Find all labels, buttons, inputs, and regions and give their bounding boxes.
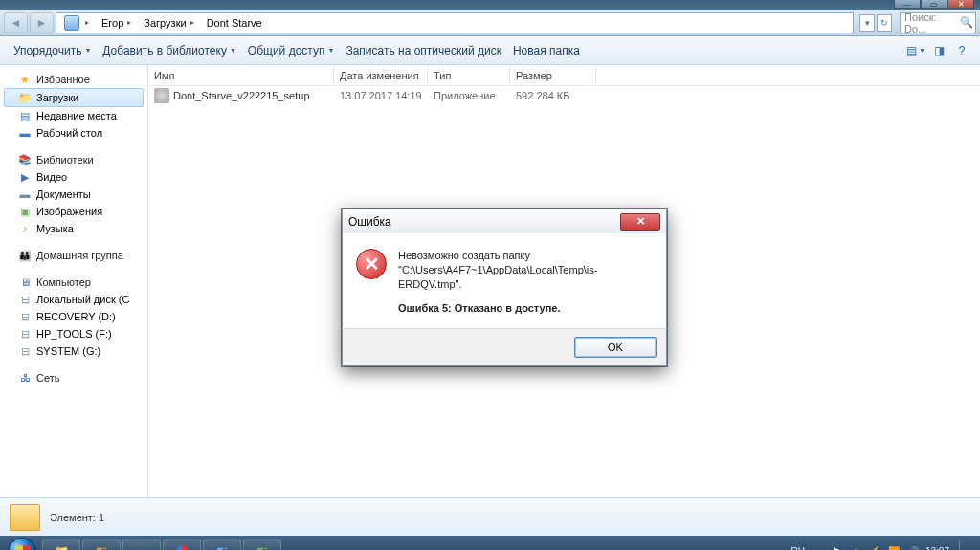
- tray-app-icon[interactable]: ◆: [849, 546, 862, 550]
- task-app-1[interactable]: ◧: [82, 539, 121, 551]
- favorites-header[interactable]: ▾★Избранное: [4, 71, 144, 88]
- tray-clock[interactable]: 13:07: [925, 546, 949, 550]
- task-app-2[interactable]: ●: [122, 539, 161, 551]
- libraries-icon: 📚: [17, 153, 33, 166]
- navigation-pane: ▾★Избранное 📁Загрузки ▤Недавние места ▬Р…: [0, 65, 147, 497]
- task-explorer[interactable]: 📁: [42, 539, 80, 551]
- maximize-button[interactable]: ▭: [921, 0, 947, 9]
- organize-menu[interactable]: Упорядочить▼: [8, 36, 97, 64]
- sidebar-item-video[interactable]: ▶Видео: [4, 168, 144, 186]
- column-date[interactable]: Дата изменения: [334, 65, 428, 85]
- tray-lang[interactable]: RU: [791, 546, 805, 550]
- drive-icon: ⊟: [17, 310, 33, 323]
- homegroup-icon: 👪: [17, 249, 33, 262]
- homegroup-header[interactable]: ▾👪Домашняя группа: [4, 247, 144, 264]
- nav-back-button[interactable]: ◄: [4, 12, 28, 33]
- column-header-row: Имя Дата изменения Тип Размер: [148, 65, 980, 86]
- column-name[interactable]: Имя: [148, 65, 334, 85]
- file-row[interactable]: Dont_Starve_v222215_setup 13.07.2017 14:…: [148, 86, 980, 105]
- dialog-message: Невозможно создать папку "C:\Users\A4F7~…: [398, 249, 653, 315]
- video-icon: ▶: [17, 170, 33, 184]
- tray-power-icon[interactable]: ⚡: [868, 546, 881, 550]
- column-type[interactable]: Тип: [428, 65, 510, 85]
- crumb-folder[interactable]: Dont Starve: [201, 13, 269, 33]
- computer-icon: 🖥: [17, 275, 33, 289]
- help-button[interactable]: ?: [951, 40, 972, 61]
- sidebar-item-documents[interactable]: ▬Документы: [4, 186, 144, 203]
- drive-icon: ⊟: [17, 293, 33, 306]
- preview-pane-button[interactable]: ◨: [928, 40, 949, 61]
- search-input[interactable]: Поиск: Do... 🔍: [900, 12, 976, 33]
- tray-action-center-icon[interactable]: ⚑: [830, 546, 843, 550]
- crumb-downloads[interactable]: Загрузки▸: [138, 13, 200, 33]
- share-menu[interactable]: Общий доступ▼: [242, 36, 341, 64]
- computer-icon: [64, 15, 79, 31]
- drive-icon: ⊟: [17, 327, 33, 341]
- taskbar: 📁 ◧ ● ◧ ◧ RU ▴ ⚑ ◆ ⚡ 📶 🔊 13:07: [0, 536, 980, 550]
- document-icon: ▬: [17, 187, 33, 201]
- search-icon: 🔍: [959, 16, 975, 29]
- sidebar-item-recovery[interactable]: ⊟RECOVERY (D:): [4, 308, 144, 325]
- sidebar-item-system[interactable]: ⊟SYSTEM (G:): [4, 342, 144, 360]
- sidebar-item-music[interactable]: ♪Музыка: [4, 220, 144, 237]
- status-bar: Элемент: 1: [0, 497, 980, 536]
- star-icon: ★: [17, 73, 33, 86]
- window-titlebar: — ▭ ✕: [0, 0, 980, 10]
- folder-icon: 📁: [17, 91, 33, 104]
- breadcrumb[interactable]: ▸ Егор▸ Загрузки▸ Dont Starve: [56, 12, 854, 33]
- sidebar-item-pictures[interactable]: ▣Изображения: [4, 203, 144, 220]
- system-tray: RU ▴ ⚑ ◆ ⚡ 📶 🔊 13:07: [791, 540, 976, 551]
- toolbar: Упорядочить▼ Добавить в библиотеку▼ Общи…: [0, 36, 980, 65]
- crumb-user[interactable]: Егор▸: [96, 13, 138, 33]
- sidebar-item-recent[interactable]: ▤Недавние места: [4, 107, 144, 124]
- close-button[interactable]: ✕: [947, 0, 974, 9]
- tray-volume-icon[interactable]: 🔊: [906, 546, 920, 550]
- address-bar: ◄ ► ▸ Егор▸ Загрузки▸ Dont Starve ▾ ↻ По…: [0, 10, 980, 36]
- dialog-title-text: Ошибка: [348, 215, 391, 229]
- folder-large-icon: [10, 504, 40, 531]
- start-button[interactable]: [4, 536, 40, 550]
- tray-show-hidden-icon[interactable]: ▴: [811, 546, 824, 550]
- error-dialog: Ошибка ✕ ✕ Невозможно создать папку "C:\…: [342, 209, 667, 366]
- nav-forward-button[interactable]: ►: [30, 12, 54, 33]
- network-header[interactable]: ▾🖧Сеть: [4, 369, 144, 386]
- minimize-button[interactable]: —: [894, 0, 921, 9]
- network-icon: 🖧: [17, 371, 33, 385]
- desktop-icon: ▬: [17, 126, 33, 140]
- search-placeholder: Поиск: Do...: [904, 12, 959, 33]
- libraries-header[interactable]: ▾📚Библиотеки: [4, 151, 144, 168]
- dialog-titlebar[interactable]: Ошибка ✕: [342, 209, 667, 233]
- sidebar-item-downloads[interactable]: 📁Загрузки: [4, 88, 144, 107]
- computer-header[interactable]: ▾🖥Компьютер: [4, 274, 144, 291]
- drive-icon: ⊟: [17, 344, 33, 358]
- ok-button[interactable]: OK: [574, 337, 657, 358]
- app-icon: [154, 88, 169, 103]
- error-icon: ✕: [356, 249, 387, 279]
- music-icon: ♪: [17, 222, 33, 235]
- task-app-5[interactable]: ◧: [243, 539, 281, 551]
- pictures-icon: ▣: [17, 205, 33, 218]
- refresh-button[interactable]: ↻: [877, 14, 892, 32]
- new-folder-button[interactable]: Новая папка: [507, 36, 586, 64]
- task-app-4[interactable]: ◧: [203, 539, 241, 551]
- view-options-button[interactable]: ▤▼: [905, 40, 926, 61]
- column-size[interactable]: Размер: [510, 65, 596, 85]
- history-down-button[interactable]: ▾: [859, 14, 875, 32]
- tray-network-icon[interactable]: 📶: [887, 546, 901, 550]
- dialog-close-button[interactable]: ✕: [620, 213, 660, 231]
- show-desktop-button[interactable]: [959, 540, 969, 551]
- sidebar-item-desktop[interactable]: ▬Рабочий стол: [4, 124, 144, 142]
- burn-button[interactable]: Записать на оптический диск: [340, 36, 507, 64]
- add-library-menu[interactable]: Добавить в библиотеку▼: [97, 36, 241, 64]
- recent-icon: ▤: [17, 109, 33, 122]
- sidebar-item-hptools[interactable]: ⊟HP_TOOLS (F:): [4, 325, 144, 342]
- sidebar-item-local-disk[interactable]: ⊟Локальный диск (C: [4, 291, 144, 308]
- status-text: Элемент: 1: [50, 512, 104, 523]
- task-app-3[interactable]: [163, 539, 201, 551]
